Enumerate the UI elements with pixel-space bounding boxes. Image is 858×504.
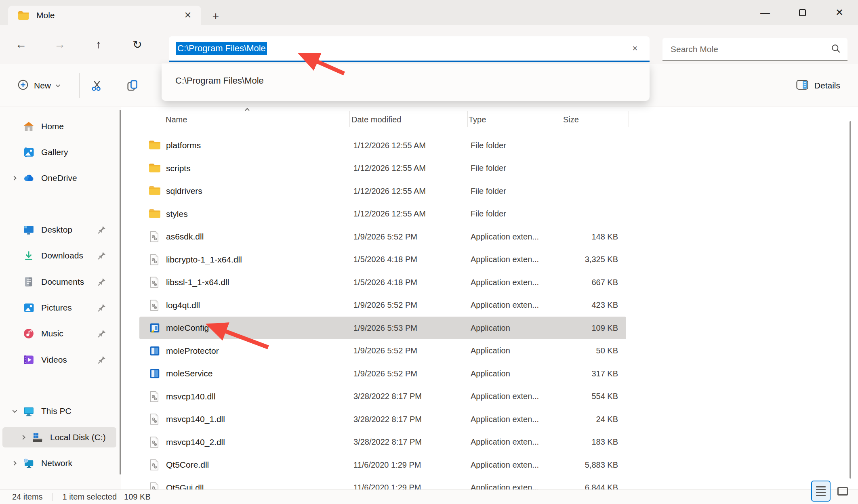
tab-close-icon[interactable]: ✕ [181,8,195,22]
minimize-button[interactable]: — [747,0,784,25]
column-header-size[interactable]: Size [561,115,620,124]
file-name: platforms [166,141,201,150]
file-row-as6sdk-dll[interactable]: as6sdk.dll1/9/2026 5:52 PMApplication ex… [139,225,626,248]
file-type: Application exten... [471,460,564,470]
copy-button[interactable] [121,75,144,97]
file-row-moleprotector[interactable]: moleProtector1/9/2026 5:52 PMApplication… [139,340,626,362]
sidebar-item-videos[interactable]: Videos [2,350,116,370]
expand-toggle[interactable] [9,410,19,413]
sidebar-item-music[interactable]: Music [2,323,116,344]
sidebar-item-pictures[interactable]: Pictures [2,298,116,318]
sidebar-item-gallery[interactable]: Gallery [2,142,116,162]
new-plus-icon [17,79,29,92]
date-modified: 1/9/2026 5:52 PM [353,232,471,242]
refresh-button[interactable]: ↻ [126,33,149,56]
file-row-qt5gui-dll[interactable]: Qt5Gui.dll11/6/2020 1:29 PMApplication e… [139,477,626,490]
file-row-qt5core-dll[interactable]: Qt5Core.dll11/6/2020 1:29 PMApplication … [139,454,626,476]
sidebar-item-label: OneDrive [41,173,77,183]
file-row-msvcp140-1-dll[interactable]: msvcp140_1.dll3/28/2022 8:17 PMApplicati… [139,408,626,430]
date-modified: 11/6/2020 1:29 PM [353,460,471,470]
date-modified: 1/9/2026 5:52 PM [353,300,471,310]
file-name-cell: libssl-1_1-x64.dll [139,276,353,288]
sidebar-item-home[interactable]: Home [2,116,116,136]
details-view-button[interactable] [811,481,831,502]
file-row-styles[interactable]: styles1/12/2026 12:55 AMFile folder [139,203,626,225]
address-bar[interactable]: C:\Program Files\Mole × [169,36,650,62]
date-modified: 1/12/2026 12:55 AM [353,209,471,218]
status-bar: 24 items 1 item selected 109 KB [0,489,858,504]
sidebar-item-label: This PC [41,406,72,416]
sidebar-item-local-disk-c[interactable]: Local Disk (C:) [2,427,116,447]
file-row-libssl-1-1-x64-dll[interactable]: libssl-1_1-x64.dll1/5/2026 4:18 PMApplic… [139,271,626,294]
new-tab-button[interactable]: + [208,9,224,23]
file-row-scripts[interactable]: scripts1/12/2026 12:55 AMFile folder [139,157,626,180]
pin-icon [97,251,107,260]
file-type: File folder [471,187,564,196]
status-divider [53,493,53,501]
file-row-moleservice[interactable]: moleService1/9/2026 5:52 PMApplication31… [139,362,626,385]
file-name-cell: libcrypto-1_1-x64.dll [139,254,353,266]
clear-address-icon[interactable]: × [628,41,642,56]
expand-toggle[interactable] [18,436,28,439]
back-button[interactable]: ← [10,33,32,56]
file-row-sqldrivers[interactable]: sqldrivers1/12/2026 12:55 AMFile folder [139,180,626,202]
maximize-button[interactable] [784,0,821,25]
date-modified: 1/9/2026 5:53 PM [353,323,471,333]
folder-icon [149,162,161,174]
file-name: Qt5Gui.dll [166,483,204,490]
search-input[interactable] [671,44,831,54]
copy-icon [126,79,139,92]
sidebar-item-downloads[interactable]: Downloads [2,246,116,266]
file-type: Application [471,346,564,355]
sidebar-item-onedrive[interactable]: OneDrive [2,168,116,188]
dll-icon [149,299,161,311]
file-row-moleconfig[interactable]: moleConfig1/9/2026 5:53 PMApplication109… [139,317,626,339]
dll-icon [149,413,161,425]
dll-icon [149,436,161,448]
new-button[interactable]: New [11,75,65,97]
file-type: Application exten... [471,300,564,310]
column-header-name[interactable]: Name [137,115,351,124]
file-row-platforms[interactable]: platforms1/12/2026 12:55 AMFile folder [139,134,626,157]
sort-ascending-icon [245,108,249,112]
tab-mole[interactable]: Mole ✕ [8,6,201,25]
file-type: Application exten... [471,255,564,264]
file-size: 183 KB [564,437,622,447]
up-button[interactable]: ↑ [87,33,110,56]
sidebar-item-documents[interactable]: Documents [2,272,116,292]
column-divider[interactable] [349,111,350,127]
sidebar-item-network[interactable]: Network [2,453,116,473]
column-header-row: NameDate modifiedTypeSize [137,109,622,130]
file-name: styles [166,209,188,219]
file-name-cell: msvcp140_1.dll [139,413,353,425]
forward-button[interactable]: → [48,33,71,56]
column-divider[interactable] [629,111,629,127]
sidebar-item-label: Downloads [41,251,83,260]
file-row-libcrypto-1-1-x64-dll[interactable]: libcrypto-1_1-x64.dll1/5/2026 4:18 PMApp… [139,248,626,271]
file-type: Application exten... [471,392,564,401]
address-suggestion-item[interactable]: C:\Program Files\Mole [175,76,264,86]
file-name-cell: scripts [139,162,353,174]
file-row-msvcp140-dll[interactable]: msvcp140.dll3/28/2022 8:17 PMApplication… [139,385,626,408]
file-row-log4qt-dll[interactable]: log4qt.dll1/9/2026 5:52 PMApplication ex… [139,294,626,317]
column-header-date-modified[interactable]: Date modified [351,115,469,124]
sidebar-scrollbar[interactable] [120,110,121,475]
sidebar-item-this-pc[interactable]: This PC [2,401,116,421]
expand-toggle[interactable] [9,176,19,180]
cut-button[interactable] [86,75,108,97]
address-suggestion-dropdown: C:\Program Files\Mole [162,63,650,101]
column-divider[interactable] [467,111,468,127]
close-button[interactable]: ✕ [821,0,858,25]
column-header-type[interactable]: Type [469,115,561,124]
toolbar-divider [79,73,80,98]
vertical-scrollbar[interactable] [850,121,851,479]
dll-icon [149,482,161,490]
items-count: 24 items [12,492,43,502]
details-toggle-button[interactable]: Details [791,75,845,97]
expand-toggle[interactable] [9,462,19,465]
file-row-msvcp140-2-dll[interactable]: msvcp140_2.dll3/28/2022 8:17 PMApplicati… [139,431,626,454]
thumbnail-view-button[interactable] [833,481,852,502]
search-box[interactable] [662,38,847,61]
column-divider[interactable] [564,111,564,127]
sidebar-item-desktop[interactable]: Desktop [2,220,116,240]
